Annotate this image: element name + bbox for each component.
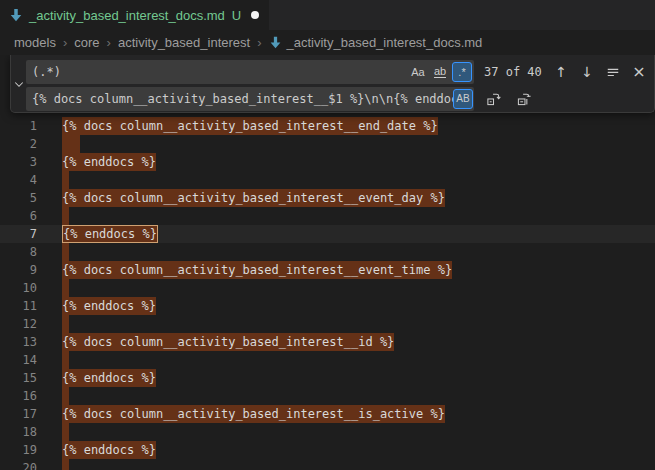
line-content[interactable]: {% docs column__activity_based_interest_… — [62, 261, 452, 279]
line-number: 14 — [0, 353, 37, 367]
find-input-value[interactable]: (.*) — [26, 65, 408, 79]
line-content[interactable] — [62, 351, 69, 369]
line-content[interactable] — [62, 207, 69, 225]
tab-bar: _activity_based_interest_docs.md U — [0, 0, 655, 30]
preserve-case-button[interactable]: AB — [453, 89, 473, 109]
code-line[interactable]: 5 {% docs column__activity_based_interes… — [0, 189, 655, 207]
code-line[interactable]: 6 — [0, 207, 655, 225]
line-number: 7 — [0, 227, 37, 241]
breadcrumb-separator: › — [63, 35, 67, 50]
tab-active-file[interactable]: _activity_based_interest_docs.md U — [0, 0, 269, 30]
git-status-badge: U — [232, 8, 241, 23]
line-content[interactable]: {% docs column__activity_based_interest_… — [62, 333, 394, 351]
whole-word-button[interactable]: ab — [430, 62, 450, 82]
line-number: 20 — [0, 461, 37, 470]
line-number: 6 — [0, 209, 37, 223]
line-content[interactable] — [62, 243, 69, 261]
previous-match-button[interactable]: ↑ — [550, 61, 572, 83]
line-number: 10 — [0, 281, 37, 295]
code-line[interactable]: 17 {% docs column__activity_based_intere… — [0, 405, 655, 423]
code-line[interactable]: 3 {% enddocs %} — [0, 153, 655, 171]
line-number: 17 — [0, 407, 37, 421]
code-line[interactable]: 12 — [0, 315, 655, 333]
vscode-window: _activity_based_interest_docs.md U model… — [0, 0, 655, 470]
code-line[interactable]: 1 {% docs column__activity_based_interes… — [0, 117, 655, 135]
line-content[interactable]: {% enddocs %} — [62, 369, 156, 387]
line-content[interactable]: {% enddocs %} — [62, 297, 156, 315]
code-line[interactable]: 14 — [0, 351, 655, 369]
line-number: 9 — [0, 263, 37, 277]
line-content[interactable]: {% enddocs %} — [62, 441, 156, 459]
replace-all-icon — [517, 91, 532, 106]
line-number: 19 — [0, 443, 37, 457]
line-number: 2 — [0, 137, 37, 151]
regex-button[interactable]: .* — [452, 62, 472, 82]
close-icon: × — [632, 62, 645, 81]
code-line[interactable]: 13 {% docs column__activity_based_intere… — [0, 333, 655, 351]
replace-icon — [486, 91, 501, 106]
line-content[interactable]: {% docs column__activity_based_interest_… — [62, 189, 445, 207]
code-line[interactable]: 20 — [0, 459, 655, 470]
line-number: 4 — [0, 173, 37, 187]
code-line[interactable]: 9 {% docs column__activity_based_interes… — [0, 261, 655, 279]
code-line[interactable]: 16 — [0, 387, 655, 405]
breadcrumb-item-models[interactable]: models — [14, 35, 56, 50]
line-content[interactable] — [62, 459, 69, 470]
line-content[interactable]: {% enddocs %} — [62, 225, 158, 243]
code-line[interactable]: 4 — [0, 171, 655, 189]
line-content[interactable] — [62, 315, 69, 333]
line-content[interactable]: {% docs column__activity_based_interest_… — [62, 405, 445, 423]
breadcrumb-item-activity-based-interest[interactable]: activity_based_interest — [118, 35, 250, 50]
line-content[interactable] — [62, 387, 69, 405]
find-widget-body: (.*) Aa ab .* 37 of 40 ↑ ↓ × — [26, 55, 654, 112]
arrow-up-icon: ↑ — [555, 64, 567, 80]
code-line[interactable]: 2 — [0, 135, 655, 153]
find-results-count: 37 of 40 — [484, 65, 546, 79]
line-number: 5 — [0, 191, 37, 205]
line-number: 13 — [0, 335, 37, 349]
code-area[interactable]: 1 {% docs column__activity_based_interes… — [0, 55, 655, 470]
replace-input[interactable]: {% docs column__activity_based_interest_… — [26, 87, 474, 111]
code-line[interactable]: 19 {% enddocs %} — [0, 441, 655, 459]
code-line[interactable]: 10 — [0, 279, 655, 297]
unsaved-changes-dot[interactable] — [251, 11, 259, 19]
line-number: 15 — [0, 371, 37, 385]
editor-pane[interactable]: (.*) Aa ab .* 37 of 40 ↑ ↓ × — [0, 55, 655, 470]
next-match-button[interactable]: ↓ — [576, 61, 598, 83]
line-content[interactable] — [62, 135, 80, 153]
line-number: 11 — [0, 299, 37, 313]
line-number: 1 — [0, 119, 37, 133]
markdown-file-icon — [269, 36, 282, 49]
close-find-button[interactable]: × — [628, 61, 650, 83]
line-number: 16 — [0, 389, 37, 403]
replace-button[interactable] — [482, 88, 504, 110]
code-line[interactable]: 15 {% enddocs %} — [0, 369, 655, 387]
markdown-file-icon — [9, 8, 23, 22]
replace-all-button[interactable] — [513, 88, 535, 110]
tab-filename: _activity_based_interest_docs.md — [29, 8, 225, 23]
code-line[interactable]: 11 {% enddocs %} — [0, 297, 655, 315]
breadcrumb-separator: › — [257, 35, 261, 50]
line-number: 3 — [0, 155, 37, 169]
line-number: 18 — [0, 425, 37, 439]
find-in-selection-icon — [606, 65, 620, 79]
line-content[interactable] — [62, 423, 69, 441]
code-line[interactable]: 8 — [0, 243, 655, 261]
find-input[interactable]: (.*) Aa ab .* — [26, 60, 474, 84]
line-content[interactable]: {% enddocs %} — [62, 153, 156, 171]
breadcrumb-separator: › — [107, 35, 111, 50]
find-in-selection-button[interactable] — [602, 61, 624, 83]
replace-row: {% docs column__activity_based_interest_… — [26, 86, 650, 111]
code-line[interactable]: 7 {% enddocs %} — [0, 225, 655, 243]
line-content[interactable] — [62, 279, 69, 297]
find-replace-widget: (.*) Aa ab .* 37 of 40 ↑ ↓ × — [10, 55, 655, 113]
match-case-button[interactable]: Aa — [408, 62, 428, 82]
code-line[interactable]: 18 — [0, 423, 655, 441]
replace-input-value[interactable]: {% docs column__activity_based_interest_… — [26, 92, 453, 106]
line-content[interactable]: {% docs column__activity_based_interest_… — [62, 117, 438, 135]
breadcrumb-file-label: _activity_based_interest_docs.md — [287, 35, 483, 50]
breadcrumb-item-core[interactable]: core — [74, 35, 99, 50]
line-content[interactable] — [62, 171, 69, 189]
toggle-replace-button[interactable] — [11, 55, 26, 112]
breadcrumb-item-file[interactable]: _activity_based_interest_docs.md — [269, 35, 483, 50]
